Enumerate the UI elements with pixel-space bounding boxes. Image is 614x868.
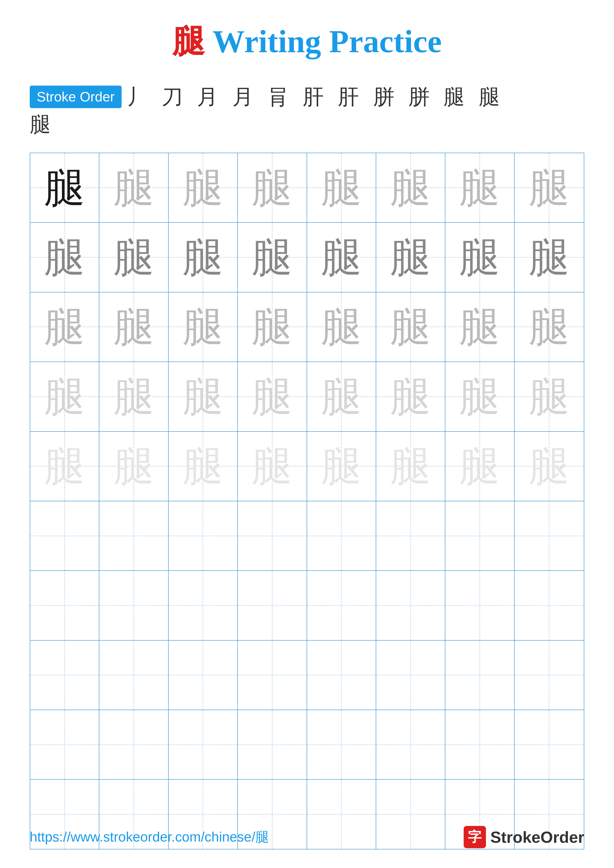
grid-cell — [376, 641, 445, 710]
practice-char: 腿 — [183, 446, 224, 487]
grid-cell — [238, 641, 307, 710]
practice-char: 腿 — [252, 446, 292, 487]
practice-char: 腿 — [529, 167, 570, 208]
footer-logo-icon: 字 — [464, 826, 486, 848]
grid-cell: 腿 — [515, 432, 584, 501]
grid-cell — [515, 571, 584, 640]
practice-char: 腿 — [459, 307, 500, 347]
grid-row: 腿腿腿腿腿腿腿腿 — [30, 362, 584, 431]
grid-cell — [99, 571, 168, 640]
practice-char: 腿 — [252, 376, 292, 417]
grid-cell: 腿 — [445, 293, 515, 361]
grid-cell: 腿 — [445, 223, 515, 292]
practice-char: 腿 — [44, 237, 85, 278]
practice-char: 腿 — [390, 446, 431, 487]
practice-char: 腿 — [390, 237, 431, 278]
practice-char: 腿 — [183, 237, 224, 278]
grid-row: 腿腿腿腿腿腿腿腿 — [30, 293, 584, 362]
grid-row — [30, 641, 584, 710]
footer-logo: 字 StrokeOrder — [464, 826, 584, 848]
grid-cell — [445, 501, 515, 570]
grid-cell: 腿 — [515, 153, 584, 222]
grid-cell: 腿 — [169, 223, 238, 292]
title-chinese-char: 腿 — [173, 23, 205, 59]
grid-cell: 腿 — [376, 293, 445, 361]
grid-cell — [30, 710, 99, 779]
grid-cell — [30, 501, 99, 570]
practice-char: 腿 — [113, 167, 154, 208]
footer-url: https://www.strokeorder.com/chinese/腿 — [30, 828, 269, 846]
footer: https://www.strokeorder.com/chinese/腿 字 … — [0, 826, 614, 848]
grid-cell — [376, 710, 445, 779]
practice-char: 腿 — [529, 307, 570, 347]
practice-char: 腿 — [113, 376, 154, 417]
grid-cell: 腿 — [169, 362, 238, 431]
practice-char: 腿 — [183, 307, 224, 347]
practice-char: 腿 — [390, 376, 431, 417]
practice-char: 腿 — [44, 167, 85, 208]
stroke-chars-line2: 腿 — [30, 113, 55, 136]
grid-cell: 腿 — [99, 432, 168, 501]
grid-row — [30, 501, 584, 571]
grid-cell: 腿 — [307, 293, 376, 361]
grid-cell — [376, 501, 445, 570]
grid-cell — [169, 710, 238, 779]
grid-cell — [445, 571, 515, 640]
grid-cell: 腿 — [238, 362, 307, 431]
grid-cell: 腿 — [307, 153, 376, 222]
grid-cell — [445, 710, 515, 779]
grid-cell: 腿 — [515, 293, 584, 361]
footer-logo-text: StrokeOrder — [490, 828, 584, 846]
grid-cell: 腿 — [30, 293, 99, 361]
practice-char: 腿 — [252, 167, 292, 208]
grid-cell — [515, 501, 584, 570]
grid-cell: 腿 — [30, 432, 99, 501]
grid-cell: 腿 — [238, 293, 307, 361]
grid-cell — [169, 641, 238, 710]
grid-cell — [238, 501, 307, 570]
grid-cell — [99, 501, 168, 570]
grid-cell — [238, 571, 307, 640]
practice-char: 腿 — [252, 237, 292, 278]
practice-grid: 腿腿腿腿腿腿腿腿腿腿腿腿腿腿腿腿腿腿腿腿腿腿腿腿腿腿腿腿腿腿腿腿腿腿腿腿腿腿腿腿 — [30, 153, 584, 849]
grid-row: 腿腿腿腿腿腿腿腿 — [30, 432, 584, 501]
page-container: 腿 Writing Practice Stroke Order 丿 刀 月 月 … — [0, 0, 614, 868]
grid-cell: 腿 — [99, 362, 168, 431]
grid-cell: 腿 — [307, 362, 376, 431]
grid-cell: 腿 — [376, 153, 445, 222]
practice-char: 腿 — [183, 376, 224, 417]
grid-cell — [445, 641, 515, 710]
grid-cell: 腿 — [169, 432, 238, 501]
stroke-order-badge: Stroke Order — [30, 85, 121, 108]
practice-char: 腿 — [321, 376, 362, 417]
grid-cell: 腿 — [445, 362, 515, 431]
practice-char: 腿 — [390, 167, 431, 208]
grid-row: 腿腿腿腿腿腿腿腿 — [30, 153, 584, 223]
practice-char: 腿 — [459, 446, 500, 487]
grid-cell: 腿 — [99, 153, 168, 222]
grid-cell: 腿 — [99, 223, 168, 292]
practice-char: 腿 — [113, 307, 154, 347]
practice-char: 腿 — [321, 307, 362, 347]
practice-char: 腿 — [459, 237, 500, 278]
grid-cell — [307, 641, 376, 710]
grid-cell — [30, 641, 99, 710]
grid-cell: 腿 — [30, 153, 99, 222]
grid-row — [30, 710, 584, 780]
practice-char: 腿 — [459, 376, 500, 417]
grid-cell — [515, 641, 584, 710]
grid-cell — [307, 710, 376, 779]
practice-char: 腿 — [321, 446, 362, 487]
practice-char: 腿 — [183, 167, 224, 208]
grid-cell: 腿 — [169, 153, 238, 222]
grid-cell: 腿 — [169, 293, 238, 361]
grid-cell: 腿 — [445, 432, 515, 501]
practice-char: 腿 — [44, 446, 85, 487]
practice-char: 腿 — [113, 237, 154, 278]
practice-char: 腿 — [390, 307, 431, 347]
grid-row — [30, 571, 584, 640]
grid-cell: 腿 — [238, 223, 307, 292]
stroke-chars-line1: 丿 刀 月 月 肙 肝 肝 胼 胼 腿 腿 — [127, 83, 505, 111]
practice-char: 腿 — [529, 376, 570, 417]
grid-cell: 腿 — [515, 362, 584, 431]
